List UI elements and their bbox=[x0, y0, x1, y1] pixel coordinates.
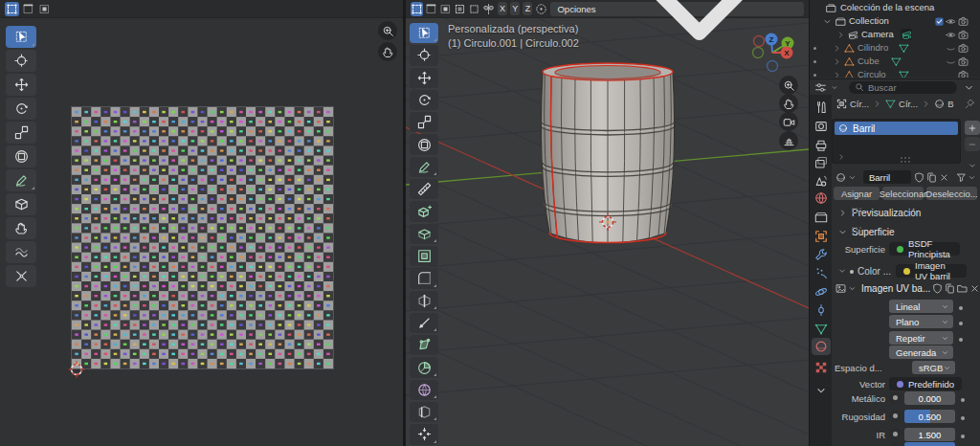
list-resize-grip[interactable] bbox=[901, 157, 902, 159]
outliner-cilindro-row[interactable]: Cilindro bbox=[810, 41, 980, 55]
uv-relax-tool[interactable] bbox=[6, 241, 36, 263]
panel-drag-grip[interactable] bbox=[852, 227, 854, 229]
keyframe-dot[interactable] bbox=[961, 416, 965, 420]
chevron-right-icon[interactable] bbox=[831, 69, 842, 78]
vp-select-mode-island[interactable] bbox=[454, 2, 466, 16]
render-camera-icon[interactable] bbox=[957, 56, 969, 67]
colorspace-dropdown[interactable]: sRGB bbox=[912, 361, 955, 374]
fake-user-shield-icon[interactable] bbox=[931, 281, 943, 295]
socket-toggle[interactable] bbox=[889, 410, 902, 422]
unlink-x-icon[interactable] bbox=[969, 281, 980, 295]
render-camera-icon[interactable] bbox=[957, 29, 969, 40]
vp-transform-tool[interactable] bbox=[410, 134, 438, 154]
tab-object-data[interactable] bbox=[813, 321, 830, 338]
uv-grab-tool[interactable] bbox=[6, 217, 36, 239]
editor-type-icon[interactable] bbox=[813, 80, 828, 95]
vp-pan-button[interactable] bbox=[779, 94, 798, 113]
specials-funnel-icon[interactable] bbox=[955, 170, 967, 184]
ior-slider[interactable]: 1.500 bbox=[904, 428, 955, 441]
chevron-down-icon[interactable] bbox=[848, 281, 857, 295]
options-dropdown[interactable]: Opciones bbox=[550, 2, 804, 16]
eye-closed-icon[interactable] bbox=[945, 56, 956, 67]
uv-pan-button[interactable] bbox=[378, 42, 397, 61]
tab-scene[interactable] bbox=[813, 172, 830, 190]
uv-select-mode-vertex[interactable] bbox=[5, 2, 19, 16]
roughness-slider[interactable]: 0.500 bbox=[904, 410, 955, 423]
vp-edge-slide-tool[interactable] bbox=[410, 402, 438, 422]
vp-select-mode-sticky[interactable] bbox=[468, 2, 480, 16]
vp-camera-view-button[interactable] bbox=[779, 112, 798, 131]
material-icon[interactable] bbox=[835, 170, 846, 184]
vp-select-mode-face[interactable] bbox=[439, 2, 452, 16]
pin-icon[interactable] bbox=[965, 99, 975, 109]
uv-transform-tool[interactable] bbox=[6, 145, 36, 167]
interpolation-dropdown[interactable]: Lineal bbox=[889, 300, 953, 313]
material-name-field[interactable]: Barril bbox=[863, 170, 911, 184]
chevron-down-icon[interactable] bbox=[968, 170, 976, 184]
source-dropdown[interactable]: Generada bbox=[889, 346, 953, 359]
mirror-y-button[interactable]: Y bbox=[510, 2, 520, 15]
vp-bevel-tool[interactable] bbox=[410, 268, 438, 288]
render-camera-icon[interactable] bbox=[957, 15, 969, 27]
surface-panel-header[interactable]: Superficie bbox=[832, 225, 980, 239]
copy-icon[interactable] bbox=[925, 170, 937, 184]
vp-cursor-tool[interactable] bbox=[410, 45, 438, 65]
vp-rotate-tool[interactable] bbox=[410, 90, 438, 110]
tab-output[interactable] bbox=[813, 137, 830, 154]
vp-poly-build-tool[interactable] bbox=[410, 335, 438, 355]
breadcrumb-data[interactable]: Cír... bbox=[899, 99, 918, 109]
tab-tool[interactable] bbox=[813, 99, 830, 116]
unlink-x-icon[interactable] bbox=[938, 170, 949, 184]
socket-toggle[interactable] bbox=[889, 391, 902, 404]
keyframe-dot[interactable] bbox=[959, 338, 963, 342]
vp-loop-cut-tool[interactable] bbox=[410, 291, 438, 311]
uv-zoom-button[interactable] bbox=[378, 21, 397, 40]
vp-select-mode-vertex[interactable] bbox=[411, 2, 423, 16]
tab-collection[interactable] bbox=[813, 209, 830, 226]
tab-object[interactable] bbox=[813, 228, 830, 245]
keyframe-dot[interactable] bbox=[959, 306, 963, 310]
uv-annotate-tool[interactable] bbox=[6, 169, 36, 191]
extension-dropdown[interactable]: Repetir bbox=[889, 331, 953, 345]
remove-slot-button[interactable] bbox=[965, 137, 980, 151]
vp-perspective-toggle-button[interactable] bbox=[779, 131, 798, 150]
deselect-button[interactable]: Deseleccio... bbox=[926, 187, 977, 200]
outliner-collection-row[interactable]: Collection bbox=[810, 14, 980, 28]
material-slot-barril[interactable]: Barril bbox=[835, 122, 958, 135]
render-camera-icon[interactable] bbox=[957, 42, 969, 54]
tab-material[interactable] bbox=[812, 338, 831, 355]
socket-toggle[interactable] bbox=[889, 428, 902, 440]
projection-dropdown[interactable]: Plano bbox=[889, 315, 953, 328]
uv-move-tool[interactable] bbox=[6, 74, 36, 96]
outliner-scene-collection[interactable]: Colección de la escena bbox=[810, 1, 980, 14]
tab-render[interactable] bbox=[813, 118, 830, 135]
chevron-right-icon[interactable] bbox=[831, 42, 842, 54]
gizmo-neg-y[interactable] bbox=[753, 48, 764, 58]
breadcrumb-material[interactable]: B bbox=[947, 99, 953, 109]
breadcrumb-object[interactable]: Cír... bbox=[850, 99, 869, 109]
list-filter-chevron[interactable] bbox=[836, 152, 846, 162]
vp-tweak-tool[interactable] bbox=[410, 23, 438, 43]
mirror-z-button[interactable]: Z bbox=[523, 2, 532, 15]
vp-add-cube-tool[interactable] bbox=[410, 201, 438, 221]
add-slot-button[interactable] bbox=[965, 121, 980, 135]
metallic-slider[interactable]: 0.000 bbox=[904, 391, 955, 405]
color-texture-button[interactable]: Imagen UV barril bbox=[896, 264, 967, 278]
vp-move-tool[interactable] bbox=[410, 68, 438, 88]
chevron-down-icon[interactable] bbox=[821, 15, 833, 27]
outliner-camera-row[interactable]: Camera bbox=[810, 28, 980, 41]
uv-tweak-tool[interactable] bbox=[6, 26, 36, 48]
tab-modifiers[interactable] bbox=[813, 247, 830, 264]
properties-search-input[interactable]: Buscar bbox=[849, 81, 957, 94]
keyframe-dot[interactable] bbox=[961, 435, 965, 438]
uv-select-mode-face[interactable] bbox=[37, 2, 52, 16]
chevron-down-icon[interactable] bbox=[848, 170, 857, 184]
eye-icon[interactable] bbox=[945, 15, 956, 27]
uv-rip-region-tool[interactable] bbox=[6, 193, 36, 215]
chevron-right-icon[interactable] bbox=[835, 29, 846, 40]
gizmo-neg-z[interactable] bbox=[768, 61, 778, 72]
tab-view-layer[interactable] bbox=[813, 154, 830, 171]
tab-texture[interactable] bbox=[813, 359, 830, 376]
vp-zoom-button[interactable] bbox=[779, 76, 798, 95]
chevron-right-icon[interactable] bbox=[831, 56, 842, 67]
